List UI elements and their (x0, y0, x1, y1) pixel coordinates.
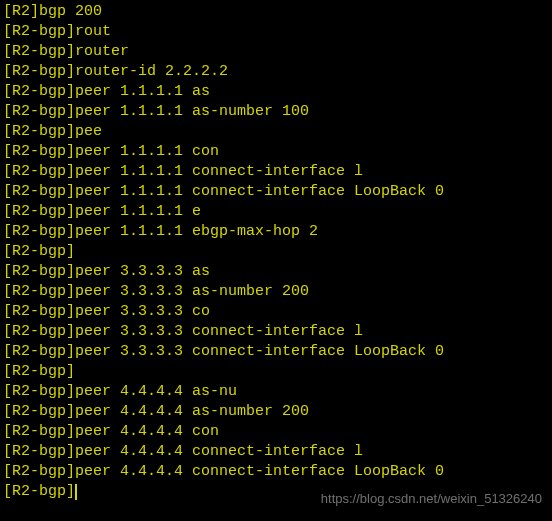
terminal-line: [R2-bgp] (0, 482, 552, 502)
terminal-line: [R2-bgp]peer 4.4.4.4 as-nu (0, 382, 552, 402)
terminal-line: [R2-bgp]pee (0, 122, 552, 142)
terminal-line: [R2-bgp] (0, 362, 552, 382)
terminal-line: [R2-bgp]peer 3.3.3.3 connect-interface l (0, 322, 552, 342)
terminal-line: [R2-bgp]peer 1.1.1.1 as-number 100 (0, 102, 552, 122)
terminal-line: [R2-bgp]peer 1.1.1.1 con (0, 142, 552, 162)
terminal-line: [R2-bgp]peer 1.1.1.1 e (0, 202, 552, 222)
terminal-line: [R2-bgp]peer 3.3.3.3 connect-interface L… (0, 342, 552, 362)
terminal-output[interactable]: [R2]bgp 200[R2-bgp]rout[R2-bgp]router[R2… (0, 2, 552, 502)
terminal-line: [R2-bgp]peer 1.1.1.1 connect-interface l (0, 162, 552, 182)
terminal-line: [R2-bgp]peer 4.4.4.4 connect-interface L… (0, 462, 552, 482)
terminal-line: [R2-bgp] (0, 242, 552, 262)
terminal-line: [R2-bgp]peer 4.4.4.4 con (0, 422, 552, 442)
terminal-line: [R2-bgp]peer 1.1.1.1 as (0, 82, 552, 102)
terminal-line: [R2-bgp]peer 3.3.3.3 co (0, 302, 552, 322)
terminal-line: [R2-bgp]peer 3.3.3.3 as-number 200 (0, 282, 552, 302)
terminal-line: [R2-bgp]peer 4.4.4.4 as-number 200 (0, 402, 552, 422)
terminal-line: [R2-bgp]peer 3.3.3.3 as (0, 262, 552, 282)
terminal-line: [R2-bgp]router-id 2.2.2.2 (0, 62, 552, 82)
terminal-line: [R2-bgp]router (0, 42, 552, 62)
terminal-line: [R2-bgp]peer 1.1.1.1 connect-interface L… (0, 182, 552, 202)
terminal-line: [R2-bgp]peer 4.4.4.4 connect-interface l (0, 442, 552, 462)
terminal-line: [R2-bgp]peer 1.1.1.1 ebgp-max-hop 2 (0, 222, 552, 242)
terminal-line: [R2]bgp 200 (0, 2, 552, 22)
terminal-cursor (75, 484, 77, 500)
terminal-line: [R2-bgp]rout (0, 22, 552, 42)
